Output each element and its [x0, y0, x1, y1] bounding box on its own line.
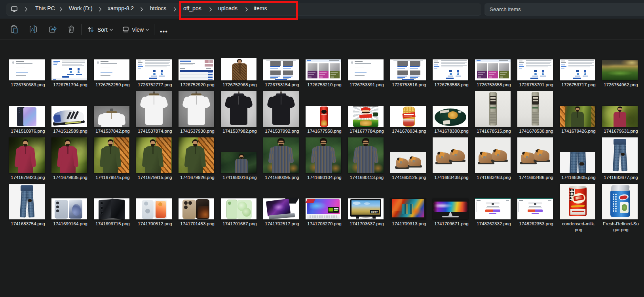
svg-text:A: A [31, 27, 34, 32]
